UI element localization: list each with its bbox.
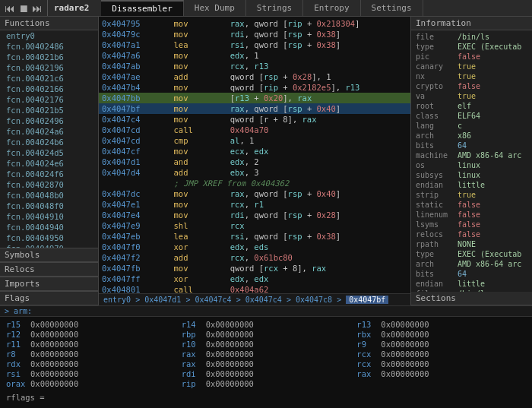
disasm-ops: rcx — [227, 220, 410, 231]
disasm-addr: 0x4047bf — [99, 103, 170, 114]
info-key: strip — [416, 191, 458, 199]
disasm-row[interactable]: 0x4047d4addebx, 3 — [99, 167, 410, 178]
disasm-row[interactable]: 0x4047e4movrdi, qword [rsp + 0x28] — [99, 210, 410, 220]
tab-disassembler[interactable]: Disassembler — [101, 0, 183, 16]
function-item[interactable]: fcn.004048f0 — [0, 201, 98, 211]
disasm-row[interactable]: 0x4047a6movedx, 1 — [99, 50, 410, 61]
function-item[interactable]: fcn.00402176 — [0, 94, 98, 105]
disasm-addr: 0x4047cd — [99, 125, 170, 135]
disasm-row[interactable]: 0x4047eblearsi, qword [rsp + 0x38] — [99, 231, 410, 242]
reg-val: 0x00000000 — [206, 320, 254, 329]
function-item[interactable]: fcn.00402496 — [0, 115, 98, 126]
disasm-row[interactable]: 0x4047dcmovrax, qword [rsp + 0x40] — [99, 188, 410, 199]
register-item: rcx0x00000000 — [356, 349, 526, 359]
disasm-row[interactable]: 0x4047a1learsi, qword [rsp + 0x38] — [99, 40, 410, 50]
disasm-row[interactable]: 0x4047abmovrcx, r13 — [99, 61, 410, 71]
disasm-row[interactable]: 0x4047bfmovrax, qword [rsp + 0x40] — [99, 103, 410, 114]
tab-entropy[interactable]: Entropy — [303, 0, 360, 16]
function-item[interactable]: fcn.004024a6 — [0, 126, 98, 137]
disasm-row[interactable]: 0x40479cmovrdi, qword [rsp + 0x38] — [99, 29, 410, 40]
disasm-ops: rax, qword [rip + 0x218304] — [227, 18, 410, 29]
info-row: vatrue — [411, 91, 532, 101]
function-item[interactable]: fcn.004024f6 — [0, 169, 98, 179]
info-val: false — [458, 210, 480, 219]
functions-header[interactable]: Functions — [0, 17, 98, 30]
tab-strings[interactable]: Strings — [246, 0, 303, 16]
function-item[interactable]: fcn.004048b0 — [0, 190, 98, 201]
disasm-row[interactable]: 0x404795movrax, qword [rip + 0x218304] — [99, 18, 410, 29]
function-item[interactable]: fcn.004021b5 — [0, 105, 98, 115]
disasm-row[interactable]: 0x4047fbmovqword [rcx + 8], rax — [99, 263, 410, 274]
info-key: pic — [416, 52, 458, 61]
flags-header[interactable]: Flags — [0, 292, 98, 305]
disasm-row[interactable]: 0x4047e9shlrcx — [99, 220, 410, 231]
disasm-row[interactable]: 0x4047f0xoredx, eds — [99, 242, 410, 252]
info-row: lsymsfalse — [411, 220, 532, 229]
disasm-row[interactable]: ; JMP XREF from 0x404362 — [99, 178, 410, 188]
disassembly-view[interactable]: 0x404795movrax, qword [rip + 0x218304]0x… — [99, 17, 410, 293]
info-row: bits64 — [411, 269, 532, 279]
bc-entry0[interactable]: entry0 — [103, 296, 131, 304]
disasm-mnem: mov — [170, 103, 226, 114]
disasm-row[interactable]: 0x4047cdcall0x404a70 — [99, 125, 410, 135]
function-item[interactable]: fcn.00404950 — [0, 232, 98, 243]
disasm-row[interactable]: 0x4047bbmov[r13 + 0x20], rax — [99, 93, 410, 103]
disasm-ops: qword [r + 8], rax — [227, 114, 410, 125]
disasm-row[interactable]: 0x4047c4movqword [r + 8], rax — [99, 114, 410, 125]
info-key: root — [416, 102, 458, 110]
function-item[interactable]: fcn.00404910 — [0, 211, 98, 222]
info-val: little — [458, 280, 485, 288]
disasm-row[interactable]: 0x4047b4movqword [rip + 0x2182e5], r13 — [99, 82, 410, 93]
bc-item-2[interactable]: 0x4047c4 — [195, 296, 231, 304]
disasm-row[interactable]: 0x4047e1movrcx, r1 — [99, 199, 410, 210]
media-stop-icon[interactable]: ⏹ — [17, 2, 30, 14]
info-val: AMD x86-64 arc — [458, 151, 521, 160]
info-row: striptrue — [411, 190, 532, 200]
function-item[interactable]: fcn.004024d5 — [0, 147, 98, 158]
disasm-mnem: add — [170, 252, 226, 263]
disasm-ops: al, 1 — [227, 135, 410, 146]
reg-val: 0x00000000 — [30, 359, 78, 368]
reg-name: r9 — [356, 340, 378, 349]
function-item[interactable]: fcn.004024b6 — [0, 137, 98, 147]
symbols-header[interactable]: Symbols — [0, 248, 98, 262]
tab-hex-dump[interactable]: Hex Dump — [184, 0, 246, 16]
disasm-row[interactable]: 0x404801call0x404a62 — [99, 284, 410, 293]
bc-item-3[interactable]: 0x4047c4 — [245, 296, 282, 304]
function-item[interactable]: entry0 — [0, 30, 98, 41]
function-item[interactable]: fcn.00402166 — [0, 84, 98, 94]
disasm-row[interactable]: 0x4047cdcmpal, 1 — [99, 135, 410, 146]
disasm-row[interactable]: 0x4047d1andedx, 2 — [99, 157, 410, 167]
info-key: endian — [416, 181, 458, 189]
info-key: canary — [416, 62, 458, 71]
tab-settings[interactable]: Settings — [361, 0, 423, 16]
function-item[interactable]: fcn.00402196 — [0, 62, 98, 73]
media-prev-icon[interactable]: ⏮ — [3, 2, 17, 14]
function-item[interactable]: fcn.004021c6 — [0, 73, 98, 84]
disasm-addr: 0x4047a6 — [99, 50, 170, 61]
disasm-row[interactable]: 0x4047ffxoredx, edx — [99, 274, 410, 284]
imports-header[interactable]: Imports — [0, 277, 98, 291]
bc-item-4[interactable]: 0x4047c8 — [296, 296, 332, 304]
function-item[interactable]: fcn.00402870 — [0, 179, 98, 190]
disasm-mnem: mov — [170, 188, 226, 199]
disasm-row[interactable]: 0x4047f2addrcx, 0x61bc80 — [99, 252, 410, 263]
function-item[interactable]: fcn.00402486 — [0, 41, 98, 52]
function-item[interactable]: fcn.004021b6 — [0, 52, 98, 62]
relocs-header[interactable]: Relocs — [0, 263, 98, 277]
info-row: relocsfalse — [411, 229, 532, 239]
media-next-icon[interactable]: ⏭ — [30, 2, 44, 14]
reg-name: r11 — [6, 340, 27, 349]
disasm-row[interactable]: 0x4047aeaddqword [rsp + 0x28], 1 — [99, 71, 410, 82]
function-item[interactable]: fcn.004024e6 — [0, 158, 98, 169]
sidebar: Functions entry0fcn.00402486fcn.004021b6… — [0, 17, 99, 305]
function-item[interactable]: fcn.00404940 — [0, 222, 98, 232]
info-row: langc — [411, 121, 532, 131]
bc-item-1[interactable]: 0x4047d1 — [144, 296, 181, 304]
reg-val: 0x00000000 — [206, 359, 254, 368]
tab-bar: Disassembler Hex Dump Strings Entropy Se… — [101, 0, 423, 16]
disasm-mnem: add — [170, 71, 226, 82]
disasm-addr: 0x4047cd — [99, 135, 170, 146]
disasm-row[interactable]: 0x4047cfmovecx, edx — [99, 146, 410, 157]
info-val: linux — [458, 161, 480, 169]
